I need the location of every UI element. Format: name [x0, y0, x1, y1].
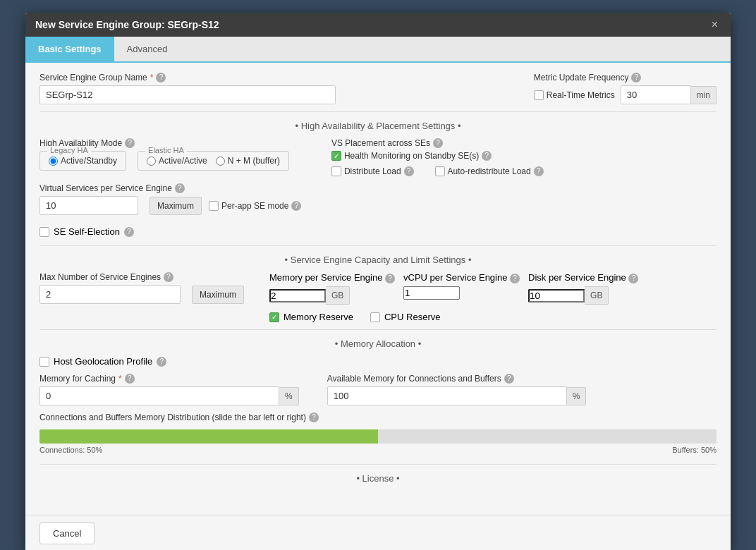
cpu-reserve-checkbox[interactable] [370, 312, 380, 322]
auto-redistribute-help-icon[interactable]: ? [534, 166, 544, 176]
connections-buffers-help-icon[interactable]: ? [309, 412, 319, 422]
metric-frequency-unit: min [691, 86, 717, 104]
vcpu-per-se-group: vCPU per Service Engine ? [403, 272, 520, 305]
host-geolocation-help-icon[interactable]: ? [157, 357, 166, 367]
available-memory-help-icon[interactable]: ? [504, 374, 514, 384]
tab-bar: Basic Settings Advanced [25, 37, 731, 63]
tab-advanced[interactable]: Advanced [114, 37, 181, 61]
se-group-name-input[interactable] [39, 85, 336, 104]
available-memory-input-group: % [327, 386, 587, 405]
disk-per-se-help-icon[interactable]: ? [628, 274, 638, 283]
real-time-metrics-checkbox[interactable] [534, 90, 544, 100]
cancel-button[interactable]: Cancel [39, 522, 94, 544]
memory-caching-unit: % [279, 387, 299, 405]
memory-per-se-input[interactable] [269, 289, 326, 302]
vs-placement-options: ✓ Health Monitoring on Standby SE(s) ? D… [331, 151, 544, 176]
memory-caching-group: Memory for Caching * ? % [39, 374, 299, 405]
vcpu-per-se-input[interactable] [403, 286, 460, 300]
distribute-load-checkbox-label[interactable]: Distribute Load ? [331, 166, 414, 176]
virtual-services-help-icon[interactable]: ? [175, 183, 185, 193]
virtual-services-label: Virtual Services per Service Engine ? [39, 183, 717, 193]
memory-per-se-label: Memory per Service Engine ? [269, 272, 395, 283]
memory-caching-required: * [118, 374, 122, 384]
memory-caching-label: Memory for Caching * ? [39, 374, 299, 384]
active-standby-radio-label[interactable]: Active/Standby [49, 156, 117, 166]
memory-caching-input[interactable] [39, 386, 279, 405]
required-star: * [150, 73, 154, 82]
available-memory-unit: % [567, 387, 587, 405]
distribute-load-checkbox[interactable] [331, 166, 341, 176]
elastic-ha-group: Elastic HA Active/Active N + M (buffer) [138, 151, 289, 171]
n-plus-m-radio[interactable] [216, 157, 225, 166]
max-se-max-btn[interactable]: Maximum [192, 286, 244, 304]
memory-caching-help-icon[interactable]: ? [125, 374, 135, 384]
virtual-services-input[interactable] [39, 196, 138, 215]
host-geolocation-checkbox-label[interactable]: Host Geolocation Profile ? [39, 356, 166, 367]
auto-redistribute-checkbox[interactable] [435, 166, 445, 176]
virtual-services-max-btn[interactable]: Maximum [150, 197, 202, 215]
virtual-services-group: Virtual Services per Service Engine ? Ma… [39, 183, 717, 221]
health-monitoring-checkbox[interactable]: ✓ [331, 151, 341, 161]
close-button[interactable]: × [709, 18, 721, 31]
health-monitoring-help-icon[interactable]: ? [482, 151, 492, 161]
active-standby-radio[interactable] [49, 157, 58, 166]
memory-allocation-title: • Memory Allocation • [39, 338, 717, 349]
slider-fill [39, 429, 378, 444]
modal-title: New Service Engine Group: SEGrp-S12 [35, 19, 219, 30]
disk-per-se-input[interactable] [528, 289, 585, 302]
n-plus-m-radio-label[interactable]: N + M (buffer) [216, 156, 280, 166]
max-se-help-icon[interactable]: ? [164, 272, 173, 282]
health-monitoring-checkbox-label[interactable]: ✓ Health Monitoring on Standby SE(s) ? [331, 151, 492, 161]
max-se-group: Max Number of Service Engines ? Maximum [39, 272, 244, 310]
metric-update-input-group: Real-Time Metrics min [534, 85, 717, 104]
ha-mode-help-icon[interactable]: ? [125, 138, 135, 148]
se-self-election-checkbox-label[interactable]: SE Self-Election ? [39, 226, 134, 237]
distribute-load-help-icon[interactable]: ? [404, 166, 414, 176]
tab-basic-settings[interactable]: Basic Settings [25, 37, 114, 61]
memory-per-se-group: Memory per Service Engine ? GB [269, 272, 395, 305]
max-se-label: Max Number of Service Engines ? [39, 272, 244, 282]
host-geolocation-checkbox[interactable] [39, 357, 49, 367]
metric-update-label: Metric Update Frequency ? [534, 73, 717, 82]
modal-dialog: New Service Engine Group: SEGrp-S12 × Ba… [25, 13, 731, 550]
cpu-reserve-checkbox-label[interactable]: CPU Reserve [370, 312, 440, 322]
distribute-load-row: Distribute Load ? Auto-redistribute Load… [331, 166, 544, 176]
memory-reserve-checkbox-label[interactable]: ✓ Memory Reserve [269, 312, 353, 322]
ha-options-row: Legacy HA Active/Standby Elastic HA Acti… [39, 151, 289, 171]
vs-placement-group: VS Placement across SEs ? ✓ Health Monit… [331, 138, 544, 176]
legacy-ha-group: Legacy HA Active/Standby [39, 151, 126, 171]
disk-per-se-label: Disk per Service Engine ? [528, 272, 638, 283]
vs-placement-label: VS Placement across SEs ? [331, 138, 544, 148]
se-group-name-help-icon[interactable]: ? [156, 73, 166, 82]
per-app-se-checkbox-label[interactable]: Per-app SE mode ? [209, 201, 301, 211]
per-app-se-checkbox[interactable] [209, 201, 219, 211]
slider-empty [378, 429, 717, 444]
se-self-election-help-icon[interactable]: ? [124, 227, 134, 237]
available-memory-label: Available Memory for Connections and Buf… [327, 374, 587, 384]
memory-caching-row: Memory for Caching * ? % Available Memor… [39, 374, 717, 405]
auto-redistribute-checkbox-label[interactable]: Auto-redistribute Load ? [435, 166, 544, 176]
metric-frequency-input[interactable] [621, 85, 691, 104]
se-resources-group: Memory per Service Engine ? GB vCPU per … [269, 272, 638, 322]
memory-slider[interactable] [39, 429, 717, 444]
max-se-input[interactable] [39, 285, 181, 304]
vcpu-per-se-help-icon[interactable]: ? [510, 274, 520, 283]
connections-buffers-group: Connections and Buffers Memory Distribut… [39, 412, 717, 454]
per-app-se-help-icon[interactable]: ? [291, 201, 301, 211]
active-active-radio[interactable] [147, 157, 156, 166]
available-memory-input[interactable] [327, 386, 567, 405]
ha-section-title: • High Availability & Placement Settings… [39, 121, 717, 131]
active-active-radio-label[interactable]: Active/Active [147, 156, 207, 166]
memory-per-se-input-group: GB [269, 286, 395, 305]
vs-placement-help-icon[interactable]: ? [433, 138, 443, 148]
memory-reserve-checkbox[interactable]: ✓ [269, 312, 279, 322]
reserve-row: ✓ Memory Reserve CPU Reserve [269, 312, 638, 322]
license-title: • License • [39, 473, 717, 484]
metric-update-help-icon[interactable]: ? [631, 73, 641, 82]
license-spacer [39, 491, 717, 505]
disk-per-se-unit: GB [585, 286, 609, 305]
se-self-election-checkbox[interactable] [39, 227, 49, 237]
memory-per-se-help-icon[interactable]: ? [385, 274, 395, 283]
real-time-metrics-checkbox-label[interactable]: Real-Time Metrics [534, 90, 615, 100]
connections-buffers-label: Connections and Buffers Memory Distribut… [39, 412, 717, 422]
